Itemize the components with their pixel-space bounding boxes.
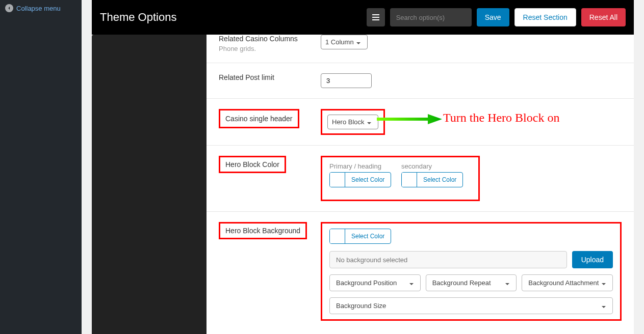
option-row-hero-color: Hero Block Color Primary / heading Selec…	[207, 146, 634, 212]
single-header-label: Casino single header	[225, 115, 293, 123]
svg-rect-0	[372, 14, 379, 15]
panel-sidebar	[92, 35, 207, 334]
reset-all-button[interactable]: Reset All	[581, 8, 626, 26]
upload-button[interactable]: Upload	[572, 251, 613, 268]
collapse-menu-button[interactable]: Collapse menu	[0, 0, 82, 16]
collapse-menu-label: Collapse menu	[16, 5, 61, 12]
option-row-post-limit: Related Post limit	[207, 63, 634, 99]
annotation-arrow	[377, 113, 443, 125]
hero-color-primary-label: Primary / heading	[329, 162, 391, 170]
save-button[interactable]: Save	[477, 8, 509, 26]
bg-position-label: Background Position	[336, 279, 397, 287]
hero-color-primary-picker[interactable]: Select Color	[329, 172, 391, 187]
color-swatch	[402, 173, 417, 187]
chevron-down-icon	[505, 281, 510, 286]
annotation-text: Turn the Hero Block on	[443, 111, 559, 125]
collapse-icon	[5, 4, 13, 12]
reset-section-button[interactable]: Reset Section	[514, 8, 576, 26]
bg-size-label: Background Size	[336, 302, 386, 310]
hero-color-secondary-label: secondary	[401, 162, 463, 170]
hero-bg-file-input[interactable]	[329, 251, 567, 268]
svg-marker-3	[377, 114, 442, 124]
chevron-down-icon	[601, 303, 606, 309]
bg-size-select[interactable]: Background Size	[329, 297, 613, 314]
single-header-select[interactable]: Hero Block	[327, 115, 378, 129]
related-columns-value: 1 Column	[325, 38, 354, 46]
svg-rect-1	[372, 17, 379, 18]
select-color-text: Select Color	[345, 229, 391, 243]
panel-header: Theme Options Save Reset Section Reset A…	[92, 0, 634, 35]
option-row-hero-bg: Hero Block Background Select Color Uploa…	[207, 212, 634, 331]
related-columns-select[interactable]: 1 Column	[321, 35, 368, 49]
svg-rect-2	[372, 19, 379, 20]
hero-bg-color-picker[interactable]: Select Color	[329, 229, 391, 244]
hero-bg-label: Hero Block Background	[225, 227, 300, 235]
panel-title: Theme Options	[100, 11, 176, 24]
option-row-single-header: Casino single header Hero Block	[207, 99, 634, 146]
color-swatch	[330, 229, 345, 243]
related-columns-label: Related Casino Columns	[219, 35, 298, 43]
bg-attachment-label: Background Attachment	[528, 279, 599, 287]
chevron-down-icon	[409, 281, 414, 286]
select-color-text: Select Color	[345, 173, 391, 187]
chevron-down-icon	[601, 281, 606, 286]
color-swatch	[330, 173, 345, 187]
select-color-text: Select Color	[417, 173, 462, 187]
chevron-down-icon	[367, 120, 372, 125]
bg-attachment-select[interactable]: Background Attachment	[522, 274, 613, 291]
chevron-down-icon	[356, 40, 361, 45]
bg-position-select[interactable]: Background Position	[329, 274, 421, 291]
bg-repeat-select[interactable]: Background Repeat	[426, 274, 517, 291]
post-limit-input[interactable]	[321, 73, 372, 88]
related-columns-sublabel: Phone grids.	[219, 45, 321, 52]
option-row-related-columns: Related Casino Columns Phone grids. 1 Co…	[207, 35, 634, 63]
post-limit-label: Related Post limit	[219, 73, 274, 81]
bg-repeat-label: Background Repeat	[432, 279, 491, 287]
expand-panel-button[interactable]	[367, 8, 385, 26]
single-header-value: Hero Block	[332, 118, 365, 126]
hero-color-label: Hero Block Color	[225, 160, 279, 169]
search-input[interactable]	[390, 8, 472, 26]
hero-color-secondary-picker[interactable]: Select Color	[401, 172, 463, 187]
